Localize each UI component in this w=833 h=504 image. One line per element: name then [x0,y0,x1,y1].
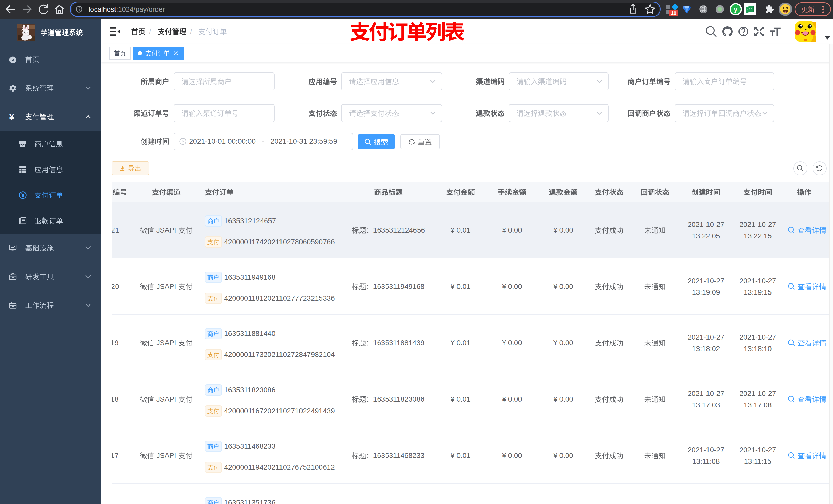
svg-text:y: y [734,6,738,13]
svg-text:10: 10 [671,10,676,16]
